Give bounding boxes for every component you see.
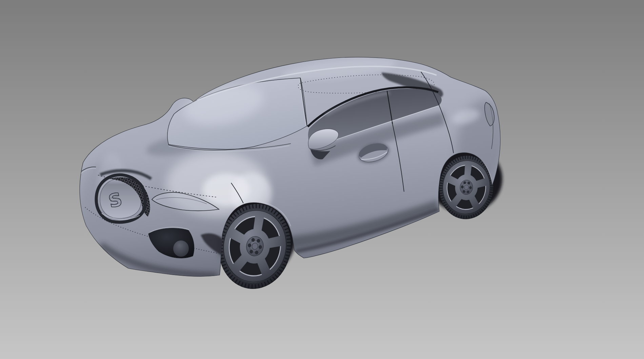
car-render-canvas: S [0, 0, 644, 359]
3d-viewport[interactable]: S [0, 0, 644, 359]
fog-lamp [173, 240, 189, 257]
